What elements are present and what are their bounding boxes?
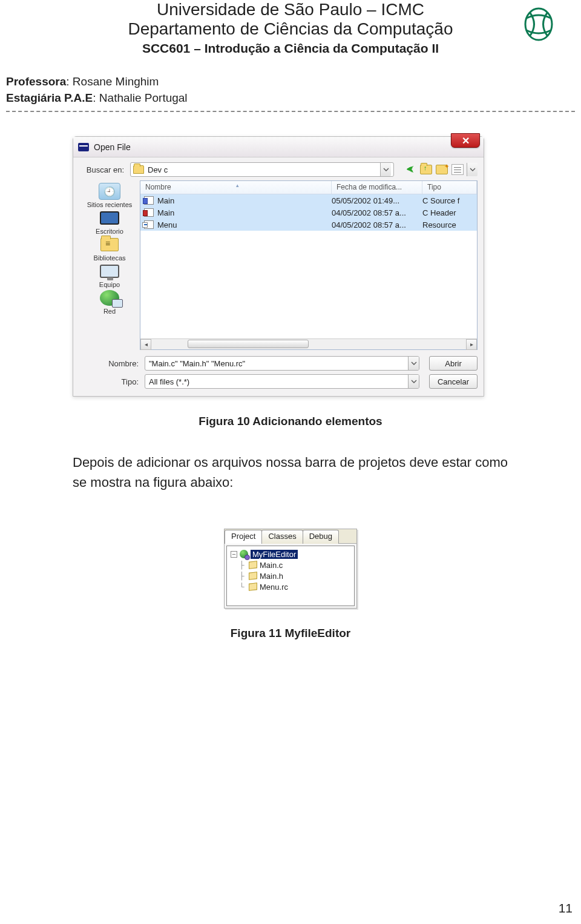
lookin-value: Dev c <box>148 165 168 174</box>
tab-project[interactable]: Project <box>225 530 262 544</box>
file-icon <box>249 582 257 590</box>
place-recent[interactable]: Sitios recientes <box>87 183 133 208</box>
col-date[interactable]: Fecha de modifica... <box>332 181 422 194</box>
project-tree[interactable]: − MyFileEditor ├Main.c ├Main.h └Menu.rc <box>226 546 355 606</box>
project-panel: Project Classes Debug − MyFileEditor ├Ma… <box>224 529 357 609</box>
place-desktop[interactable]: Escritorio <box>96 210 123 235</box>
rc-file-icon <box>144 220 154 229</box>
h-file-icon <box>144 208 154 217</box>
file-list[interactable]: Nombre Fecha de modifica... Tipo Main 05… <box>140 180 478 350</box>
back-icon[interactable]: ⮜ <box>404 163 417 176</box>
svg-point-0 <box>525 8 552 40</box>
institution-logo <box>520 6 557 42</box>
place-network[interactable]: Red <box>99 289 120 315</box>
filetype-combo[interactable]: All files (*.*) <box>145 374 419 389</box>
view-menu-icon[interactable] <box>451 163 464 176</box>
file-icon <box>249 572 257 579</box>
dialog-titlebar: Open File ✕ <box>73 137 484 157</box>
col-type[interactable]: Tipo <box>422 181 477 194</box>
view-menu-dropdown[interactable] <box>467 163 478 176</box>
c-file-icon <box>144 196 154 205</box>
tree-root[interactable]: − MyFileEditor <box>231 549 350 559</box>
figure-caption-11: Figura 11 MyfileEditor <box>6 627 575 640</box>
figure-caption-10: Figura 10 Adicionando elementos <box>6 415 575 428</box>
tree-item[interactable]: ├Main.c <box>231 559 350 570</box>
scroll-left-icon[interactable]: ◂ <box>140 339 151 350</box>
tree-item[interactable]: ├Main.h <box>231 570 350 581</box>
collapse-icon[interactable]: − <box>231 551 237 558</box>
professor-label: Professora <box>6 75 66 88</box>
assistant-label: Estagiária P.A.E <box>6 91 93 104</box>
filetype-label: Tipo: <box>94 377 139 386</box>
dialog-toolbar: ⮜ <box>404 163 478 176</box>
assistant-name: : Nathalie Portugal <box>93 91 187 104</box>
lookin-label: Buscar en: <box>79 165 124 174</box>
horizontal-scrollbar[interactable]: ◂ ▸ <box>140 338 477 349</box>
tab-classes[interactable]: Classes <box>261 530 303 544</box>
header-institution: Universidade de São Paulo – ICMC <box>6 0 575 19</box>
panel-tabs: Project Classes Debug <box>225 529 356 544</box>
scroll-track[interactable] <box>151 339 466 350</box>
place-computer[interactable]: Equipo <box>99 263 120 288</box>
document-meta: Professora: Rosane Minghim Estagiária P.… <box>6 74 575 106</box>
tree-root-label: MyFileEditor <box>251 550 298 559</box>
chevron-down-icon[interactable] <box>380 163 391 176</box>
scroll-right-icon[interactable]: ▸ <box>466 339 477 350</box>
places-bar: Sitios recientes Escritorio Bibliotecas … <box>79 180 140 350</box>
open-button[interactable]: Abrir <box>429 356 478 371</box>
dialog-app-icon <box>78 143 89 151</box>
chevron-down-icon[interactable] <box>408 375 419 388</box>
filename-label: Nombre: <box>94 359 139 368</box>
body-paragraph: Depois de adicionar os arquivos nossa ba… <box>73 452 514 492</box>
chevron-down-icon[interactable] <box>408 357 419 370</box>
file-list-header[interactable]: Nombre Fecha de modifica... Tipo <box>140 181 477 194</box>
project-icon <box>240 550 248 558</box>
dialog-title: Open File <box>94 142 131 152</box>
header-department: Departamento de Ciências da Computação <box>6 19 575 39</box>
up-folder-icon[interactable] <box>419 163 433 176</box>
divider <box>6 111 575 112</box>
tab-debug[interactable]: Debug <box>303 530 339 544</box>
file-icon <box>249 561 257 569</box>
page-number: 11 <box>559 901 573 916</box>
cancel-button[interactable]: Cancelar <box>429 374 478 389</box>
file-row[interactable]: Main 05/05/2002 01:49... C Source f <box>140 194 477 206</box>
scroll-thumb[interactable] <box>188 340 309 348</box>
new-folder-icon[interactable] <box>435 163 448 176</box>
close-button[interactable]: ✕ <box>451 133 480 148</box>
col-name[interactable]: Nombre <box>140 181 332 194</box>
filename-input[interactable]: "Main.c" "Main.h" "Menu.rc" <box>145 356 419 371</box>
header-course: SCC601 – Introdução a Ciência da Computa… <box>6 41 575 56</box>
professor-name: : Rosane Minghim <box>66 75 159 88</box>
file-row[interactable]: Menu 04/05/2002 08:57 a... Resource <box>140 219 477 231</box>
place-libraries[interactable]: Bibliotecas <box>93 236 125 262</box>
open-file-dialog: Open File ✕ Buscar en: Dev c ⮜ <box>73 136 484 397</box>
tree-item[interactable]: └Menu.rc <box>231 581 350 592</box>
file-row[interactable]: Main 04/05/2002 08:57 a... C Header <box>140 206 477 219</box>
close-icon: ✕ <box>462 135 470 147</box>
lookin-combo[interactable]: Dev c <box>130 162 394 177</box>
folder-icon <box>133 165 144 174</box>
